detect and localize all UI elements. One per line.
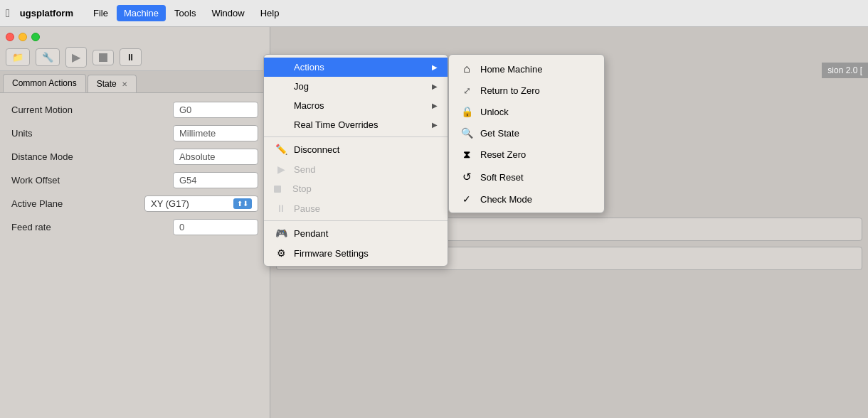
jog-arrow: ▶ xyxy=(432,82,438,90)
reset-zero-icon: ⧗ xyxy=(459,149,475,161)
select-active-plane[interactable]: XY (G17) ⬆⬇ xyxy=(144,195,258,212)
stop-menu-icon xyxy=(274,186,281,193)
apple-icon[interactable]:  xyxy=(6,7,10,20)
folder-button[interactable]: 📁 xyxy=(6,48,30,66)
tab-state-close[interactable]: ✕ xyxy=(122,80,127,88)
menu-item-pendant[interactable]: 🎮 Pendant xyxy=(264,223,448,243)
label-work-offset: Work Offset xyxy=(11,175,97,186)
realtime-label: Real Time Overrides xyxy=(294,119,432,130)
tab-common-actions-label: Common Actions xyxy=(12,78,77,88)
check-mode-icon: ✓ xyxy=(459,193,475,205)
dropdown-overlay: Actions ▶ Jog ▶ Macros ▶ Real Time Overr… xyxy=(263,54,605,267)
menu-item-send[interactable]: ▶ Send xyxy=(264,159,448,179)
value-feed-rate: 0 xyxy=(173,219,258,235)
label-units: Units xyxy=(11,128,97,139)
firmware-label: Firmware Settings xyxy=(294,248,438,259)
field-row-current-motion: Current Motion G0 xyxy=(11,102,258,118)
field-row-work-offset: Work Offset G54 xyxy=(11,172,258,188)
menu-bar:  ugsplatform File Machine Tools Window … xyxy=(0,0,868,27)
wrench-button[interactable]: 🔧 xyxy=(36,48,60,66)
menu-machine[interactable]: Machine xyxy=(117,5,166,21)
close-button[interactable] xyxy=(6,33,14,41)
field-row-units: Units Millimete xyxy=(11,125,258,141)
play-icon: ▶ xyxy=(72,50,80,64)
pause-label: Pause xyxy=(294,203,438,214)
menu-item-stop[interactable]: Stop xyxy=(264,179,448,198)
macros-label: Macros xyxy=(294,100,432,111)
submenu-check-mode[interactable]: ✓ Check Mode xyxy=(449,188,604,210)
menu-file[interactable]: File xyxy=(86,5,115,21)
maximize-button[interactable] xyxy=(31,33,40,41)
value-current-motion: G0 xyxy=(173,102,258,118)
menu-item-macros[interactable]: Macros ▶ xyxy=(264,96,448,115)
unlock-icon: 🔒 xyxy=(459,106,475,117)
pause-button[interactable]: ⏸ xyxy=(120,48,142,66)
wrench-icon: 🔧 xyxy=(42,52,53,63)
jog-label: Jog xyxy=(294,81,432,92)
menu-item-jog[interactable]: Jog ▶ xyxy=(264,77,448,96)
state-fields: Current Motion G0 Units Millimete Distan… xyxy=(0,93,270,244)
firmware-icon: ⚙ xyxy=(274,247,288,259)
field-row-feed-rate: Feed rate 0 xyxy=(11,219,258,235)
separator-1 xyxy=(264,136,448,137)
separator-2 xyxy=(264,220,448,221)
submenu-soft-reset[interactable]: ↺ Soft Reset xyxy=(449,166,604,188)
value-work-offset: G54 xyxy=(173,172,258,188)
disconnect-icon: ✏️ xyxy=(274,144,288,155)
menu-tools[interactable]: Tools xyxy=(167,5,203,21)
menu-help[interactable]: Help xyxy=(253,5,287,21)
field-row-active-plane: Active Plane XY (G17) ⬆⬇ xyxy=(11,195,258,212)
home-machine-label: Home Machine xyxy=(480,64,542,75)
return-zero-icon: ⤢ xyxy=(459,85,475,96)
home-machine-icon: ⌂ xyxy=(459,63,475,75)
field-row-distance-mode: Distance Mode Absolute xyxy=(11,149,258,165)
actions-label: Actions xyxy=(294,62,432,73)
label-current-motion: Current Motion xyxy=(11,104,97,115)
submenu-return-zero[interactable]: ⤢ Return to Zero xyxy=(449,80,604,101)
play-button[interactable]: ▶ xyxy=(65,47,87,68)
submenu-unlock[interactable]: 🔒 Unlock xyxy=(449,101,604,122)
actions-arrow: ▶ xyxy=(432,63,438,71)
menu-item-pause[interactable]: ⏸ Pause xyxy=(264,198,448,218)
stop-icon xyxy=(99,53,107,62)
menu-item-actions[interactable]: Actions ▶ xyxy=(264,58,448,77)
value-distance-mode: Absolute xyxy=(173,149,258,165)
toolbar: 📁 🔧 ▶ ⏸ xyxy=(0,44,270,71)
left-panel: 📁 🔧 ▶ ⏸ Common Actions State ✕ xyxy=(0,27,270,418)
submenu-home-machine[interactable]: ⌂ Home Machine xyxy=(449,58,604,80)
label-feed-rate: Feed rate xyxy=(11,222,97,232)
value-units: Millimete xyxy=(173,125,258,141)
folder-icon: 📁 xyxy=(12,52,23,63)
soft-reset-label: Soft Reset xyxy=(480,172,524,183)
menu-item-firmware[interactable]: ⚙ Firmware Settings xyxy=(264,243,448,263)
check-mode-label: Check Mode xyxy=(480,194,532,205)
tab-state[interactable]: State ✕ xyxy=(88,75,137,92)
submenu-get-state[interactable]: 🔍 Get State xyxy=(449,122,604,144)
tab-bar: Common Actions State ✕ xyxy=(0,71,270,93)
select-arrows-icon[interactable]: ⬆⬇ xyxy=(233,198,252,209)
app-name[interactable]: ugsplatform xyxy=(20,8,73,18)
menu-item-disconnect[interactable]: ✏️ Disconnect xyxy=(264,139,448,159)
unlock-label: Unlock xyxy=(480,107,509,117)
version-badge: sion 2.0 [ xyxy=(822,63,868,78)
pause-menu-icon: ⏸ xyxy=(274,203,288,214)
return-zero-label: Return to Zero xyxy=(480,85,540,96)
disconnect-label: Disconnect xyxy=(294,144,438,155)
label-active-plane: Active Plane xyxy=(11,198,97,209)
stop-button[interactable] xyxy=(92,50,114,65)
get-state-icon: 🔍 xyxy=(459,127,475,139)
pendant-label: Pendant xyxy=(294,228,438,239)
tab-common-actions[interactable]: Common Actions xyxy=(3,74,86,92)
realtime-arrow: ▶ xyxy=(432,121,438,129)
pendant-icon: 🎮 xyxy=(274,227,288,239)
menu-window[interactable]: Window xyxy=(204,5,251,21)
actions-submenu: ⌂ Home Machine ⤢ Return to Zero 🔒 Unlock… xyxy=(448,54,605,213)
minimize-button[interactable] xyxy=(18,33,27,41)
macros-arrow: ▶ xyxy=(432,102,438,109)
send-icon: ▶ xyxy=(274,164,288,175)
traffic-lights xyxy=(0,27,270,44)
soft-reset-icon: ↺ xyxy=(459,171,475,183)
machine-menu-dropdown: Actions ▶ Jog ▶ Macros ▶ Real Time Overr… xyxy=(263,54,448,267)
submenu-reset-zero[interactable]: ⧗ Reset Zero xyxy=(449,144,604,166)
menu-item-realtime[interactable]: Real Time Overrides ▶ xyxy=(264,115,448,134)
